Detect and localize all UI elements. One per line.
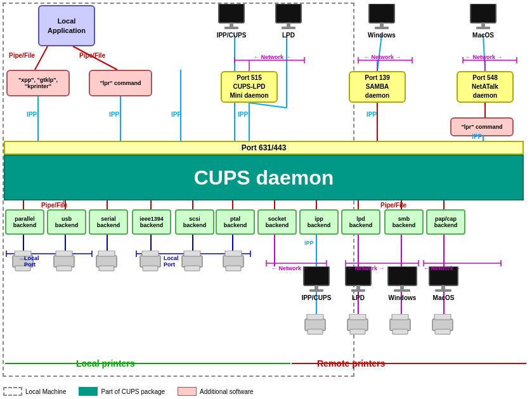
svg-rect-112 [400, 285, 404, 289]
svg-rect-121 [349, 314, 366, 320]
monitor-lpd-top: LPD [273, 4, 304, 39]
svg-rect-116 [435, 289, 451, 292]
svg-rect-93 [96, 256, 117, 267]
svg-rect-120 [347, 319, 368, 330]
monitor-lpd-top-label: LPD [282, 32, 295, 39]
local-printers-label: Local printers [76, 358, 135, 369]
monitor-windows-top-label: Windows [368, 32, 396, 39]
local-app-box: LocalApplication [38, 5, 95, 46]
diagram-wrapper: IPP/CUPS LPD Windows MacOS LocalApplicat… [0, 0, 532, 399]
svg-rect-101 [185, 266, 200, 271]
svg-rect-103 [225, 251, 242, 256]
svg-rect-111 [388, 266, 417, 285]
backend-ptal: ptalbackend [216, 209, 255, 235]
svg-rect-125 [393, 329, 408, 334]
monitor-macos-top-label: MacOS [472, 32, 494, 39]
lpr-label: "lpr" command [100, 80, 141, 86]
cups-daemon-box: CUPS daemon [4, 155, 524, 200]
port139-box: Port 139SAMBAdaemon [349, 71, 406, 103]
pipe-file-left: Pipe/File [9, 52, 35, 59]
printer-remote-3 [387, 314, 413, 336]
port-bar: Port 631/443 [4, 141, 524, 155]
network-label-bottom-3: ← Network → [424, 265, 461, 271]
monitor-macos-top: MacOS [467, 4, 499, 39]
cups-daemon-label: CUPS daemon [194, 166, 334, 190]
backend-smb: smbbackend [384, 209, 424, 235]
svg-rect-97 [142, 251, 159, 256]
remote-printers-label: Remote printers [317, 358, 385, 369]
backend-ieee1394: ieee1394backend [132, 209, 171, 235]
network-label-2: ← Network → [364, 54, 401, 60]
printer-local-4 [137, 251, 164, 273]
svg-rect-82 [375, 27, 389, 29]
svg-rect-91 [56, 251, 72, 256]
svg-rect-92 [56, 266, 72, 271]
local-port-label-2: LocalPort [164, 255, 179, 268]
legend-additional-software: Additional software [178, 387, 254, 396]
backend-scsi-label: scsibackend [183, 216, 207, 228]
monitor-windows-bottom-label: Windows [389, 294, 417, 301]
monitor-lpd-bottom: LPD [342, 266, 374, 301]
svg-rect-94 [98, 251, 115, 256]
svg-rect-84 [481, 23, 485, 27]
svg-rect-81 [380, 23, 384, 27]
legend-additional-software-label: Additional software [200, 388, 254, 395]
backend-lpd-label: lpdbackend [349, 216, 373, 228]
svg-rect-90 [54, 256, 74, 267]
legend-dashed-box [3, 387, 22, 396]
ipp-label-3: IPP [171, 111, 181, 118]
pipe-file-4: Pipe/File [380, 202, 406, 209]
network-label-3: ← Network → [465, 54, 503, 60]
svg-rect-77 [276, 4, 301, 23]
port-bar-label: Port 631/443 [242, 143, 287, 152]
backend-parallel-label: parallelbackend [13, 216, 37, 228]
svg-rect-102 [223, 256, 243, 267]
svg-rect-124 [392, 314, 408, 320]
monitor-macos-bottom: MacOS [426, 266, 461, 301]
backend-ptal-label: ptalbackend [224, 216, 247, 228]
port548-box: Port 548NetATalkdaemon [457, 71, 514, 103]
backend-serial-label: serialbackend [97, 216, 120, 228]
printer-local-6 [220, 251, 247, 273]
ipp-label-5: IPP [367, 111, 377, 118]
port515-box: Port 515CUPS-LPDMini daemon [221, 71, 278, 103]
legend-cups-package: Part of CUPS package [79, 387, 165, 396]
backend-parallel: parallelbackend [5, 209, 44, 235]
xpp-label: "xpp", "gtklp","kprinter" [18, 77, 58, 89]
backend-papcap: pap/capbackend [426, 209, 465, 235]
svg-rect-122 [350, 329, 365, 334]
backend-ipp: ippbackend [299, 209, 339, 235]
svg-rect-110 [351, 289, 365, 292]
svg-rect-106 [315, 285, 318, 289]
svg-rect-115 [441, 285, 445, 289]
legend-local-machine-label: Local Machine [25, 388, 66, 395]
svg-line-4 [377, 35, 382, 71]
svg-rect-74 [219, 4, 244, 23]
svg-rect-123 [390, 319, 410, 330]
svg-rect-80 [369, 4, 394, 23]
port515-label: Port 515CUPS-LPDMini daemon [230, 74, 268, 100]
backend-lpd: lpdbackend [341, 209, 380, 235]
network-label-1: ← Network → [254, 54, 291, 60]
svg-rect-104 [226, 266, 241, 271]
backend-smb-label: smbbackend [393, 216, 416, 228]
monitor-ippcups-top: IPP/CUPS [216, 4, 247, 39]
printer-local-3 [93, 251, 120, 273]
backend-serial: serialbackend [89, 209, 128, 235]
monitor-ippcups-bottom: IPP/CUPS [301, 266, 332, 301]
monitor-ippcups-bottom-label: IPP/CUPS [302, 294, 332, 301]
legend-pink-box [178, 387, 197, 396]
svg-rect-98 [143, 266, 158, 271]
svg-rect-109 [356, 285, 360, 289]
network-label-bottom-2: ← Network → [347, 265, 385, 271]
svg-rect-128 [435, 329, 450, 334]
pipe-file-right: Pipe/File [79, 52, 105, 59]
svg-rect-100 [184, 251, 200, 256]
svg-rect-79 [282, 27, 295, 29]
svg-rect-76 [224, 27, 238, 29]
backend-ipp-label: ippbackend [308, 216, 331, 228]
svg-rect-118 [307, 314, 323, 320]
ipp-label-6: IPP [472, 133, 482, 140]
svg-rect-117 [305, 319, 325, 330]
printer-local-5 [179, 251, 205, 273]
